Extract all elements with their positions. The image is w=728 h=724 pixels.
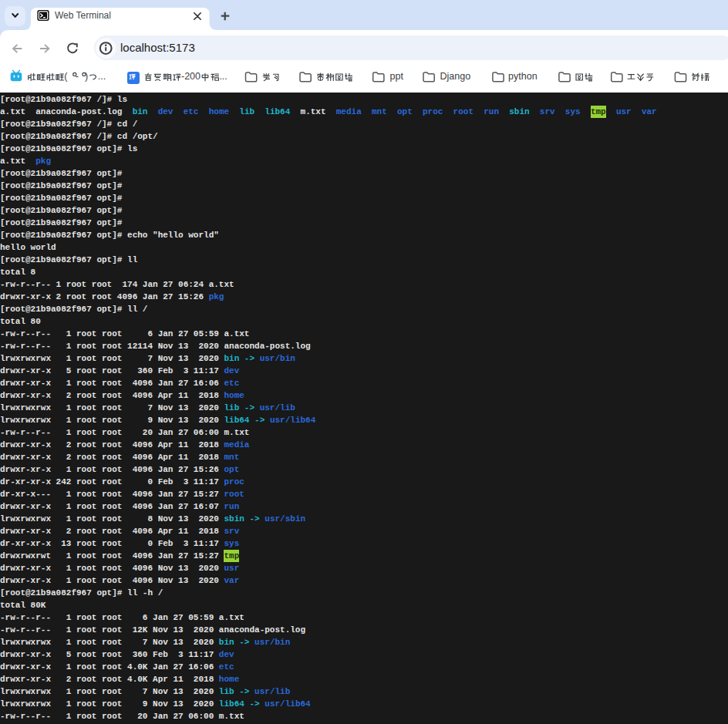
svg-text:(: ( bbox=[64, 71, 68, 82]
svg-text:): ) bbox=[85, 71, 88, 82]
svg-text:ppt: ppt bbox=[390, 71, 404, 82]
svg-text:-: - bbox=[76, 71, 79, 82]
svg-text:Django: Django bbox=[440, 71, 471, 82]
svg-text:...: ... bbox=[98, 71, 106, 82]
svg-text:python: python bbox=[508, 71, 538, 82]
svg-text:-200: -200 bbox=[181, 71, 201, 82]
svg-text:...: ... bbox=[219, 71, 227, 82]
